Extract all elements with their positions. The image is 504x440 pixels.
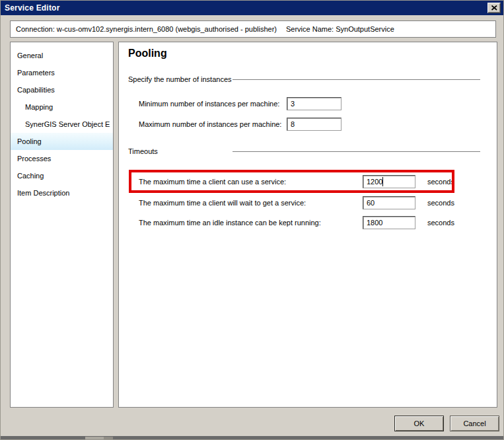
min-instances-label: Minimum number of instances per machine:: [139, 97, 279, 110]
sidebar-item-pooling[interactable]: Pooling: [11, 133, 113, 150]
instances-section-title: Specify the number of instances: [128, 75, 232, 84]
window-title: Service Editor: [1, 3, 60, 13]
ok-button[interactable]: OK: [394, 416, 444, 431]
instances-section-divider: [233, 79, 480, 80]
timeouts-section-title: Timeouts: [128, 147, 158, 156]
sidebar-item-processes[interactable]: Processes: [11, 150, 113, 167]
connection-text: Connection: w-cus-omv102.synergis.intern…: [16, 25, 277, 33]
max-wait-time-input[interactable]: [363, 196, 415, 209]
screen-edge-strip: [1, 436, 503, 439]
sidebar-item-parameters[interactable]: Parameters: [11, 64, 113, 81]
min-instances-input[interactable]: [287, 97, 342, 110]
title-bar: Service Editor: [1, 1, 503, 15]
max-wait-time-unit: seconds: [427, 196, 454, 209]
idle-time-unit: seconds: [427, 216, 454, 229]
cancel-button[interactable]: Cancel: [450, 416, 499, 431]
sidebar-item-capabilities[interactable]: Capabilities: [11, 81, 113, 98]
max-wait-time-label: The maximum time a client will wait to g…: [139, 196, 306, 209]
sidebar-item-item-description[interactable]: Item Description: [11, 184, 113, 202]
connection-bar: Connection: w-cus-omv102.synergis.intern…: [10, 20, 496, 38]
idle-time-input[interactable]: [363, 216, 415, 229]
sidebar-item-general[interactable]: General: [11, 47, 113, 64]
close-icon: [491, 5, 497, 11]
idle-time-label: The maximum time an idle instance can be…: [139, 216, 321, 229]
service-name-text: Service Name: SynOutputService: [286, 25, 394, 33]
close-button[interactable]: [487, 3, 501, 13]
sidebar-item-caching[interactable]: Caching: [11, 167, 113, 184]
pooling-panel: Pooling Specify the number of instances …: [118, 42, 497, 408]
min-instances-row: Minimum number of instances per machine:: [119, 97, 497, 110]
max-instances-row: Maximum number of instances per machine:: [119, 118, 497, 131]
page-title: Pooling: [128, 48, 167, 59]
sidebar: General Parameters Capabilities Mapping …: [10, 42, 114, 408]
max-instances-input[interactable]: [287, 118, 342, 131]
max-usage-time-unit: seconds: [427, 175, 454, 188]
max-usage-time-label: The maximum time a client can use a serv…: [139, 175, 286, 188]
sidebar-item-synergis-server-object[interactable]: SynerGIS Server Object E: [11, 116, 113, 133]
timeouts-section-divider: [233, 151, 480, 152]
max-usage-time-row: The maximum time a client can use a serv…: [119, 175, 497, 188]
sidebar-item-mapping[interactable]: Mapping: [11, 98, 113, 116]
taskbar-fragment: [85, 437, 113, 439]
idle-time-row: The maximum time an idle instance can be…: [119, 216, 497, 229]
text-cursor: [382, 177, 383, 186]
service-editor-dialog: Service Editor Connection: w-cus-omv102.…: [0, 0, 504, 440]
max-instances-label: Maximum number of instances per machine:: [139, 118, 281, 131]
max-wait-time-row: The maximum time a client will wait to g…: [119, 196, 497, 209]
max-usage-time-input[interactable]: [363, 175, 415, 188]
